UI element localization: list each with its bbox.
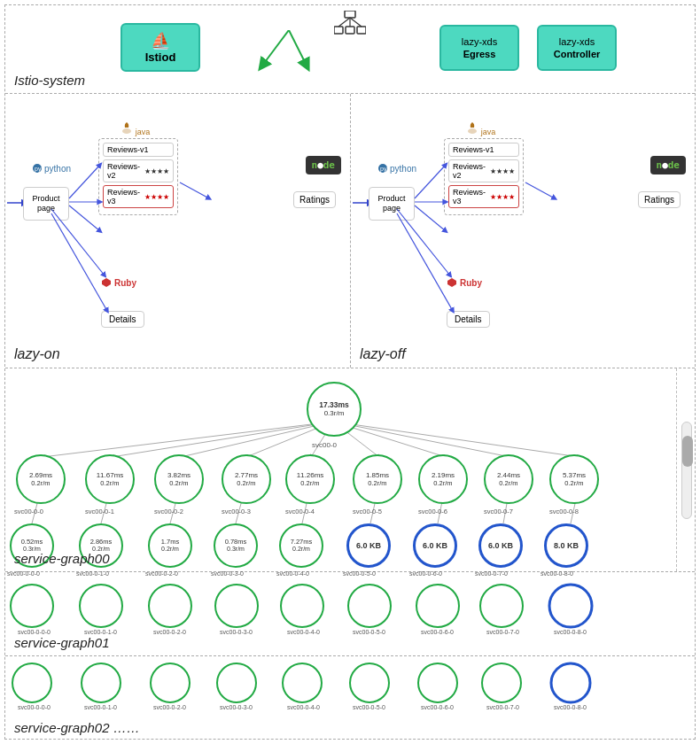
reviews-v1-label-left: Reviews-v1 — [107, 145, 149, 154]
sg02-node-4-name: svc00-0-4-0 — [287, 704, 320, 710]
svg-line-18 — [180, 182, 209, 198]
java-logo-right: java — [466, 120, 495, 136]
istiod-box: ⛵ Istiod — [121, 23, 200, 72]
stars-black-right: ★★★★ — [490, 167, 515, 175]
svg-point-61 — [217, 663, 256, 702]
ratings-node-right: Ratings — [638, 191, 681, 208]
sg00-node-2-rpm: 0.2r/m — [169, 479, 188, 487]
sg00-node-7-ms: 2.44ms — [497, 471, 520, 480]
sg00-node-3-name: svc00-0-3 — [222, 508, 251, 515]
sg00-leaf-3-rpm: 0.3r/m — [227, 546, 245, 553]
sg00-node-0-name: svc00-0-0 — [14, 508, 43, 515]
nodejs-label-right: n●de — [657, 159, 681, 171]
sg02-node-5-name: svc00-0-5-0 — [353, 704, 385, 710]
sg00-root-ms: 17.33ms — [319, 400, 349, 409]
sg01-panel: svc00-0-0-0 svc00-0-1-0 svc00-0-2-0 svc0… — [5, 572, 695, 656]
sg00-node-1: 11.67ms 0.2r/m — [85, 454, 135, 504]
svg-line-17 — [51, 213, 107, 311]
svg-point-50 — [80, 585, 122, 627]
svg-point-58 — [12, 663, 51, 702]
svg-line-6 — [350, 18, 362, 27]
reviews-v3-label-left: Reviews-v3 — [107, 188, 142, 205]
ratings-node-left: Ratings — [293, 191, 336, 208]
details-label-right: Details — [455, 314, 482, 324]
java-label-left: java — [136, 128, 151, 136]
sg00-leaf-6-kb: 6.0 KB — [423, 541, 447, 551]
sg02-node-1-name: svc00-0-1-0 — [84, 704, 117, 710]
sg00-node-0-rpm: 0.2r/m — [31, 479, 50, 487]
svg-line-38 — [333, 422, 510, 457]
sg00-leaf-2-rpm: 0.2r/m — [161, 546, 179, 553]
sg02-label: service-graph02 …… — [14, 720, 140, 735]
svg-line-14 — [69, 165, 100, 198]
sg00-node-1-rpm: 0.2r/m — [100, 479, 119, 487]
svg-line-27 — [415, 205, 446, 231]
sg01-node-6-name: svc00-0-6-0 — [421, 629, 454, 635]
svg-point-59 — [82, 663, 121, 702]
svg-point-54 — [348, 585, 391, 627]
sg00-node-2: 3.82ms 0.2r/m — [154, 454, 204, 504]
sg00-leaf-4-rpm: 0.2r/m — [292, 546, 310, 553]
svg-marker-13 — [102, 278, 111, 287]
sg00-leaf-3: 0.78ms 0.3r/m — [214, 523, 258, 568]
sg01-node-1-name: svc00-0-1-0 — [84, 629, 117, 635]
sg00-node-4-ms: 11.26ms — [297, 471, 324, 480]
scrollbar-track[interactable] — [681, 422, 692, 519]
svg-point-23 — [468, 128, 477, 134]
sg00-node-6: 2.19ms 0.2r/m — [418, 454, 468, 504]
sg01-node-4-name: svc00-0-4-0 — [287, 629, 320, 635]
sg01-label: service-graph01 — [14, 635, 110, 650]
arrow-network-to-istiod — [236, 30, 342, 74]
middle-section: py python java Productpage Reviews-v1 Re… — [5, 94, 695, 368]
istiod-sail-icon: ⛵ — [151, 31, 170, 50]
sg00-leaf-7: 6.0 KB — [478, 523, 523, 568]
svg-point-62 — [283, 663, 322, 702]
lazy-off-panel: py python java Productpage Reviews-v1 Re… — [350, 94, 695, 368]
svg-text:py: py — [380, 166, 387, 173]
reviews-v1-left: Reviews-v1 — [103, 143, 174, 157]
svg-line-29 — [525, 182, 555, 198]
svg-line-32 — [112, 422, 333, 457]
istio-section-label: Istio-system — [14, 73, 85, 88]
svg-point-56 — [480, 585, 523, 627]
svg-point-12 — [122, 128, 131, 134]
scrollbar-thumb[interactable] — [682, 436, 693, 467]
sg00-node-1-ms: 11.67ms — [97, 471, 124, 480]
lazy-on-panel: py python java Productpage Reviews-v1 Re… — [5, 94, 350, 368]
svg-line-33 — [181, 422, 333, 457]
sg02-node-7-name: svc00-0-7-0 — [486, 704, 519, 710]
lazy-off-label: lazy-off — [360, 346, 406, 362]
sg00-panel: 17.33ms 0.3r/m svc00-0 2.69ms 0.2r/m svc… — [5, 368, 695, 572]
sg00-leaf-0-ms: 0.52ms — [21, 538, 43, 546]
svg-rect-2 — [346, 27, 354, 34]
nodejs-logo-right: n●de — [650, 156, 687, 174]
sg01-node-8-name: svc00-0-8-0 — [554, 629, 587, 635]
svg-rect-0 — [345, 11, 355, 18]
sg00-node-5-name: svc00-0-5 — [353, 508, 382, 515]
product-page-node-right: Productpage — [369, 187, 415, 221]
sg00-leaf-5: 6.0 KB — [346, 523, 391, 568]
reviews-group-right: Reviews-v1 Reviews-v2 ★★★★ Reviews-v3 ★★… — [444, 138, 524, 215]
left-panel-arrows — [5, 94, 350, 368]
lazy-xds-egress-box: lazy-xds Egress — [439, 25, 519, 71]
sg00-node-2-ms: 3.82ms — [167, 471, 191, 480]
svg-point-65 — [482, 663, 521, 702]
python-logo-right: py python — [377, 163, 416, 174]
svg-line-7 — [262, 30, 289, 66]
nodejs-logo-left: n●de — [306, 156, 342, 174]
svg-point-66 — [551, 663, 590, 702]
right-boundary — [676, 368, 677, 571]
sg00-node-3-rpm: 0.2r/m — [237, 479, 255, 487]
sg00-node-8-rpm: 0.2r/m — [564, 479, 583, 487]
stars-black-left: ★★★★ — [144, 167, 169, 175]
sg02-node-0-name: svc00-0-0-0 — [18, 704, 51, 710]
sg02-node-8-name: svc00-0-8-0 — [554, 704, 587, 710]
sg00-leaf-4: 7.27ms 0.2r/m — [279, 523, 323, 568]
ratings-label-left: Ratings — [299, 195, 330, 205]
reviews-v2-label-left: Reviews-v2 — [107, 162, 142, 180]
sg00-node-6-rpm: 0.2r/m — [433, 479, 452, 487]
reviews-v3-label-right: Reviews-v3 — [453, 188, 487, 205]
python-logo-left: py python — [32, 163, 71, 174]
svg-point-64 — [418, 663, 457, 702]
product-page-label-right: Productpage — [377, 194, 405, 213]
